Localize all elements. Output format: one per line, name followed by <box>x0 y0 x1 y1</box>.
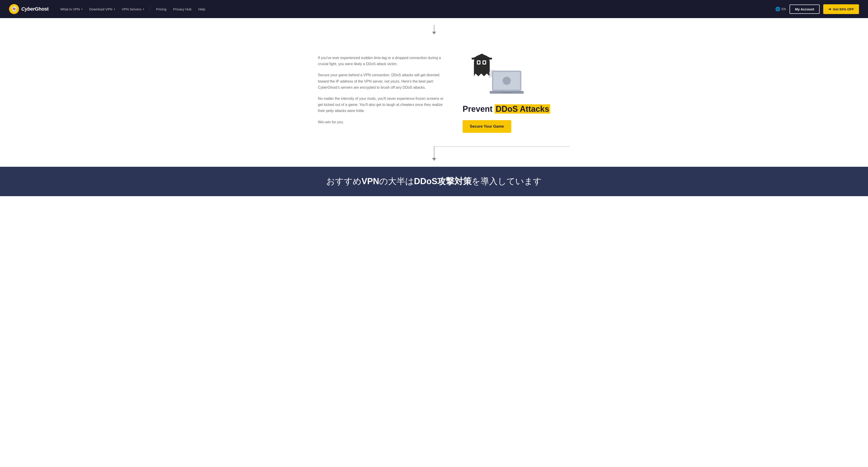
ddos-illustration <box>463 53 526 98</box>
down-arrow-indicator <box>432 25 436 34</box>
content-section: If you've ever experienced sudden time-l… <box>276 41 592 146</box>
arrow-right-icon: ➜ <box>828 7 831 11</box>
divider-line-container <box>299 146 570 160</box>
secure-your-game-button[interactable]: Secure Your Game <box>463 120 511 133</box>
svg-point-8 <box>489 76 491 78</box>
section-divider <box>0 146 868 160</box>
paragraph-1: If you've ever experienced sudden time-l… <box>318 55 444 67</box>
prevent-ddos-heading: Prevent DDoS Attacks <box>463 104 550 114</box>
logo-text: CyberGhost <box>21 6 49 12</box>
svg-rect-5 <box>472 58 492 59</box>
text-column: If you've ever experienced sudden time-l… <box>318 50 444 130</box>
nav-right: 🌐 EN My Account ➜ Get 83% OFF <box>775 4 859 14</box>
svg-marker-4 <box>473 54 491 58</box>
paragraph-4: Win-win for you. <box>318 119 444 125</box>
svg-point-13 <box>503 77 511 85</box>
top-down-arrow <box>0 23 868 41</box>
navbar: 👻 CyberGhost What Is VPN ▾ Download VPN … <box>0 0 868 18</box>
chevron-down-icon: ▾ <box>143 8 144 10</box>
nav-item-vpn-servers[interactable]: VPN Servers ▾ <box>119 5 147 13</box>
chevron-down-icon: ▾ <box>82 8 83 10</box>
horizontal-divider-line <box>434 146 570 147</box>
nav-item-pricing[interactable]: Pricing <box>153 5 169 13</box>
logo-icon: 👻 <box>9 4 19 14</box>
footer-text: おすすめVPNの大半はDDoS攻撃対策を導入しています <box>326 176 542 187</box>
svg-rect-12 <box>502 92 511 93</box>
nav-links: What Is VPN ▾ Download VPN ▾ VPN Servers… <box>58 5 775 13</box>
logo[interactable]: 👻 CyberGhost <box>9 4 49 14</box>
nav-item-privacy-hub[interactable]: Privacy Hub <box>170 5 194 13</box>
globe-icon: 🌐 <box>775 6 780 11</box>
paragraph-2: Secure your game behind a VPN connection… <box>318 72 444 90</box>
ddos-highlight: DDoS Attacks <box>495 104 550 114</box>
paragraph-3: No matter the intensity of your rivals, … <box>318 95 444 114</box>
my-account-button[interactable]: My Account <box>789 4 819 14</box>
illustration-svg <box>463 53 526 100</box>
chevron-down-icon: ▾ <box>114 8 115 10</box>
nav-separator <box>150 6 150 12</box>
footer-banner: おすすめVPNの大半はDDoS攻撃対策を導入しています <box>0 167 868 196</box>
nav-item-help[interactable]: Help <box>195 5 208 13</box>
main-content: If you've ever experienced sudden time-l… <box>0 18 868 167</box>
svg-rect-3 <box>484 61 485 64</box>
arrow-head <box>432 32 436 34</box>
nav-item-what-is-vpn[interactable]: What Is VPN ▾ <box>58 5 85 13</box>
get-off-button[interactable]: ➜ Get 83% OFF <box>823 4 859 14</box>
nav-item-download-vpn[interactable]: Download VPN ▾ <box>87 5 118 13</box>
language-selector[interactable]: 🌐 EN <box>775 6 786 11</box>
arrow-line <box>434 25 434 32</box>
bottom-arrow-tip <box>432 158 436 161</box>
svg-rect-2 <box>478 61 479 64</box>
spacer <box>0 160 868 167</box>
right-column: Prevent DDoS Attacks Secure Your Game <box>463 50 550 133</box>
